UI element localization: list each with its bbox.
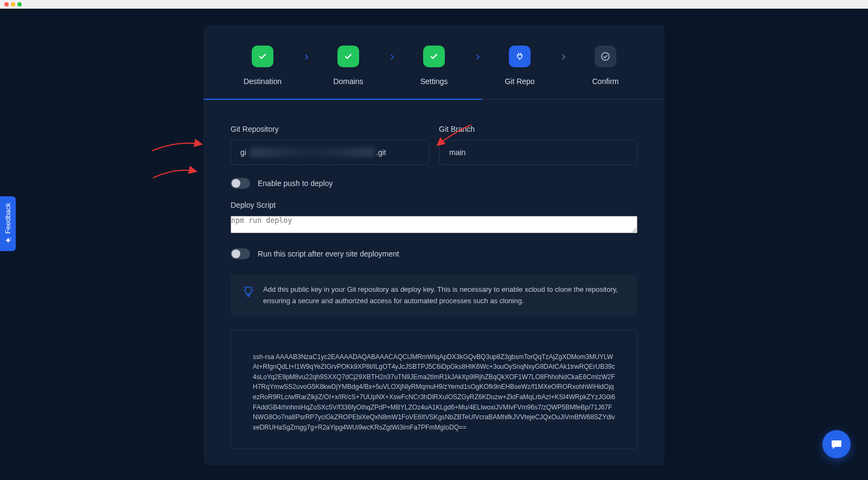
deploy-script-textarea[interactable] bbox=[231, 216, 637, 233]
step-git-repo[interactable]: Git Repo bbox=[477, 46, 563, 86]
git-branch-label: Git Branch bbox=[439, 125, 637, 133]
info-text: Add this public key in your Git reposito… bbox=[263, 284, 626, 307]
stepper: Destination Domains Settings bbox=[203, 25, 665, 86]
chat-button[interactable] bbox=[822, 430, 851, 458]
annotation-arrow-icon bbox=[152, 165, 200, 179]
git-branch-input[interactable] bbox=[439, 140, 637, 165]
ssh-key-text[interactable]: ssh-rsa AAAAB3NzaC1yc2EAAAADAQABAAACAQCi… bbox=[253, 352, 615, 433]
feedback-tab[interactable]: Feedback bbox=[0, 196, 16, 251]
lightbulb-icon bbox=[242, 285, 254, 297]
check-icon bbox=[337, 46, 359, 67]
step-label: Settings bbox=[420, 77, 448, 86]
step-domains[interactable]: Domains bbox=[305, 46, 391, 86]
window-minimize-icon[interactable] bbox=[11, 2, 15, 7]
step-label: Git Repo bbox=[505, 77, 534, 86]
wizard-panel: Destination Domains Settings bbox=[203, 25, 665, 465]
git-repository-label: Git Repository bbox=[231, 125, 429, 133]
run-script-label: Run this script after every site deploym… bbox=[258, 249, 399, 258]
deploy-script-label: Deploy Script bbox=[231, 201, 637, 209]
check-icon bbox=[252, 46, 273, 67]
step-destination[interactable]: Destination bbox=[220, 46, 305, 86]
feedback-label: Feedback bbox=[4, 203, 12, 234]
stepper-progress-bar bbox=[203, 99, 665, 100]
info-callout: Add this public key in your Git reposito… bbox=[231, 274, 637, 317]
step-confirm[interactable]: Confirm bbox=[563, 46, 648, 86]
sparkle-icon bbox=[4, 237, 12, 245]
circle-check-icon bbox=[595, 46, 616, 67]
chat-icon bbox=[830, 438, 843, 451]
plug-icon bbox=[509, 46, 531, 67]
step-label: Domains bbox=[333, 77, 363, 86]
push-to-deploy-label: Enable push to deploy bbox=[258, 179, 333, 188]
svg-point-0 bbox=[602, 53, 609, 60]
window-maximize-icon[interactable] bbox=[17, 2, 22, 7]
step-settings[interactable]: Settings bbox=[391, 46, 477, 86]
push-to-deploy-toggle[interactable] bbox=[231, 178, 250, 189]
window-titlebar bbox=[0, 0, 868, 9]
git-repository-input[interactable] bbox=[231, 140, 429, 165]
check-icon bbox=[423, 46, 445, 67]
svg-point-1 bbox=[10, 238, 11, 239]
step-label: Destination bbox=[244, 77, 282, 86]
ssh-key-box: ssh-rsa AAAAB3NzaC1yc2EAAAADAQABAAACAQCi… bbox=[231, 330, 637, 450]
window-close-icon[interactable] bbox=[4, 2, 9, 7]
annotation-arrow-icon bbox=[151, 137, 205, 152]
step-label: Confirm bbox=[592, 77, 618, 86]
run-script-toggle[interactable] bbox=[231, 248, 250, 259]
